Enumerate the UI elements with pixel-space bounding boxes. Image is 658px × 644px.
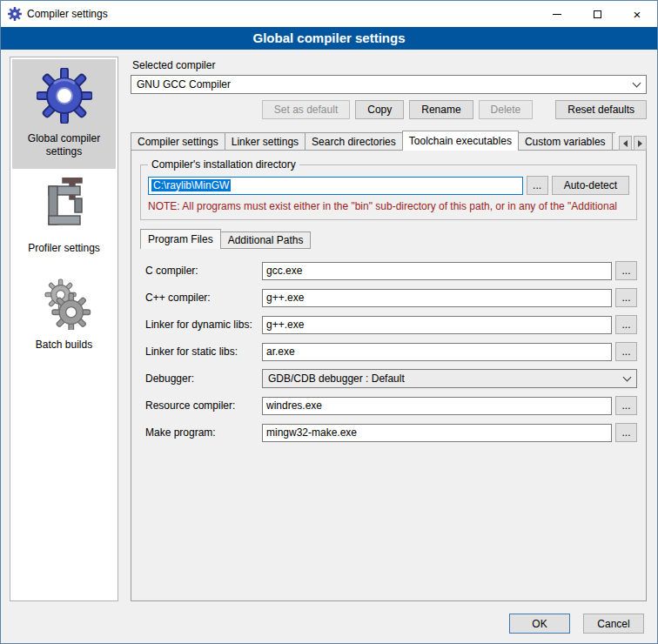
- rename-button[interactable]: Rename: [409, 100, 473, 119]
- toolchain-subtabs: Program Files Additional Paths: [140, 229, 637, 249]
- subtab-additional-paths[interactable]: Additional Paths: [220, 231, 312, 249]
- sidebar-item-global-compiler-settings[interactable]: Global compiler settings: [12, 59, 116, 169]
- make-program-input[interactable]: [262, 424, 612, 442]
- linker-dynamic-browse-button[interactable]: ...: [615, 315, 637, 334]
- make-program-label: Make program:: [145, 426, 262, 439]
- app-gear-icon: [8, 7, 22, 21]
- titlebar: Compiler settings ×: [1, 1, 657, 27]
- compiler-select-value: GNU GCC Compiler: [137, 78, 231, 91]
- blue-gear-icon: [37, 68, 92, 124]
- cpp-compiler-label: C++ compiler:: [145, 292, 262, 304]
- debugger-select[interactable]: GDB/CDB debugger : Default: [262, 369, 637, 388]
- maximize-button[interactable]: [577, 1, 617, 27]
- c-compiler-browse-button[interactable]: ...: [615, 261, 637, 280]
- main-panel: Selected compiler GNU GCC Compiler Set a…: [127, 57, 648, 601]
- settings-tabstrip: Compiler settings Linker settings Search…: [131, 131, 647, 151]
- cpp-compiler-input[interactable]: [262, 289, 612, 307]
- program-files-fields: C compiler: ... C++ compiler: ... Linker…: [140, 261, 637, 442]
- tabs-scroll-area: Compiler settings Linker settings Search…: [131, 131, 615, 151]
- c-compiler-row: C compiler: ...: [145, 261, 637, 280]
- linker-static-input[interactable]: [262, 343, 612, 361]
- linker-static-label: Linker for static libs:: [145, 345, 262, 358]
- compiler-buttons: Set as default Copy Rename Delete Reset …: [131, 100, 647, 119]
- make-program-row: Make program: ...: [145, 423, 637, 442]
- linker-dynamic-row: Linker for dynamic libs: ...: [145, 315, 637, 334]
- resource-compiler-input[interactable]: [262, 397, 612, 415]
- installation-directory-input[interactable]: C:\raylib\MinGW: [148, 177, 523, 195]
- sidebar-item-label: Batch builds: [36, 339, 92, 352]
- arrow-left-icon: [623, 140, 628, 147]
- compiler-settings-window: Compiler settings × Global compiler sett…: [0, 0, 658, 644]
- tab-scroll-right-button[interactable]: [634, 136, 647, 151]
- ok-button[interactable]: OK: [509, 614, 570, 634]
- tab-build-options[interactable]: Build options: [612, 132, 615, 151]
- cpp-compiler-browse-button[interactable]: ...: [615, 288, 637, 307]
- tab-search-directories[interactable]: Search directories: [305, 132, 403, 151]
- arrow-right-icon: [638, 140, 642, 147]
- toolchain-executables-page: Compiler's installation directory C:\ray…: [131, 150, 647, 601]
- installation-directory-value: C:\raylib\MinGW: [151, 179, 231, 191]
- resource-compiler-row: Resource compiler: ...: [145, 396, 637, 415]
- copy-button[interactable]: Copy: [355, 100, 404, 119]
- cpp-compiler-row: C++ compiler: ...: [145, 288, 637, 307]
- c-compiler-input[interactable]: [262, 262, 612, 280]
- installation-directory-row: C:\raylib\MinGW ... Auto-detect: [148, 176, 629, 195]
- linker-static-row: Linker for static libs: ...: [145, 342, 637, 361]
- window-title: Compiler settings: [27, 8, 108, 20]
- compiler-select[interactable]: GNU GCC Compiler: [131, 75, 647, 94]
- installation-directory-group: Compiler's installation directory C:\ray…: [140, 158, 637, 220]
- minimize-icon: [553, 14, 561, 15]
- dialog-header: Global compiler settings: [1, 27, 657, 50]
- cancel-button[interactable]: Cancel: [583, 614, 644, 634]
- close-icon: ×: [634, 8, 641, 21]
- chevron-down-icon: [623, 372, 632, 381]
- chevron-down-icon: [633, 78, 641, 87]
- resource-compiler-label: Resource compiler:: [145, 399, 262, 412]
- reset-defaults-button[interactable]: Reset defaults: [555, 100, 647, 119]
- selected-compiler-label: Selected compiler: [132, 59, 647, 71]
- tab-custom-variables[interactable]: Custom variables: [518, 132, 613, 151]
- sidebar-item-profiler-settings[interactable]: Profiler settings: [12, 169, 116, 265]
- sidebar-item-batch-builds[interactable]: Batch builds: [12, 265, 116, 362]
- delete-button[interactable]: Delete: [479, 100, 534, 119]
- installation-directory-browse-button[interactable]: ...: [527, 176, 548, 195]
- set-as-default-button[interactable]: Set as default: [262, 100, 350, 119]
- debugger-row: Debugger: GDB/CDB debugger : Default: [145, 369, 637, 388]
- linker-static-browse-button[interactable]: ...: [615, 342, 637, 361]
- minimize-button[interactable]: [537, 1, 577, 27]
- dialog-body: Global compiler settings Profiler settin…: [1, 50, 657, 605]
- debugger-label: Debugger:: [145, 372, 262, 385]
- tab-compiler-settings[interactable]: Compiler settings: [131, 132, 225, 151]
- resource-compiler-browse-button[interactable]: ...: [615, 396, 637, 415]
- maximize-icon: [594, 10, 601, 18]
- window-controls: ×: [537, 1, 657, 27]
- close-button[interactable]: ×: [617, 1, 657, 27]
- sidebar-item-label: Global compiler settings: [16, 132, 112, 158]
- dialog-footer: OK Cancel: [1, 605, 657, 643]
- auto-detect-button[interactable]: Auto-detect: [552, 176, 629, 195]
- profiler-tool-icon: [37, 178, 92, 233]
- subtab-program-files[interactable]: Program Files: [140, 229, 221, 249]
- tab-scroll-arrows: [619, 136, 647, 151]
- installation-directory-legend: Compiler's installation directory: [148, 158, 299, 171]
- sidebar-item-label: Profiler settings: [28, 242, 100, 255]
- debugger-select-value: GDB/CDB debugger : Default: [268, 372, 405, 385]
- linker-dynamic-label: Linker for dynamic libs:: [145, 319, 262, 331]
- tab-linker-settings[interactable]: Linker settings: [225, 132, 306, 151]
- settings-sidebar: Global compiler settings Profiler settin…: [10, 57, 118, 601]
- tab-scroll-left-button[interactable]: [619, 136, 632, 151]
- linker-dynamic-input[interactable]: [262, 316, 612, 334]
- gray-gears-icon: [37, 274, 92, 330]
- tab-toolchain-executables[interactable]: Toolchain executables: [402, 131, 519, 151]
- c-compiler-label: C compiler:: [145, 265, 262, 277]
- bin-subdirectory-note: NOTE: All programs must exist either in …: [148, 200, 629, 212]
- make-program-browse-button[interactable]: ...: [615, 423, 637, 442]
